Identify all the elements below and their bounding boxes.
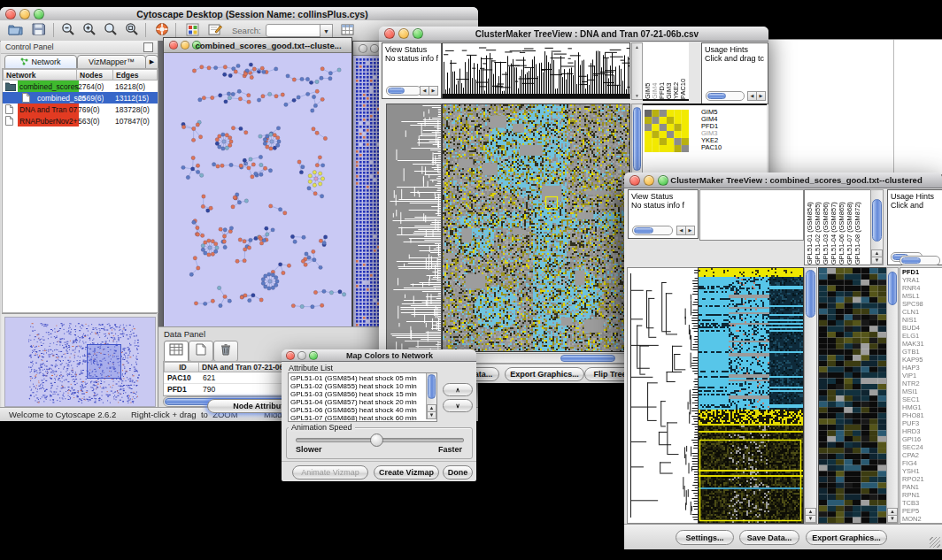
correlation-matrix-canvas[interactable] <box>645 110 689 152</box>
create-vizmap-button[interactable]: Create Vizmap <box>374 465 439 479</box>
scroll-down-arrow[interactable]: ▼ <box>887 515 898 523</box>
gene-label[interactable]: HMG1 <box>902 403 942 411</box>
attribute-item[interactable]: GPL51-07 (GSM868) heat shock 60 min <box>289 414 426 421</box>
gene-label[interactable]: YSH1 <box>902 467 942 475</box>
column-header-network[interactable]: Network <box>3 69 77 81</box>
column-label[interactable]: YKE2 <box>673 42 680 99</box>
minimize-button[interactable] <box>181 41 189 50</box>
close-button[interactable] <box>286 351 295 360</box>
column-label[interactable]: GPL51-07 (GSM868) <box>846 190 854 265</box>
tab-overflow[interactable]: ▶ <box>145 55 158 69</box>
zoom-selected-button[interactable] <box>122 22 142 39</box>
gene-label[interactable]: RPO21 <box>902 475 942 483</box>
scroll-thumb[interactable] <box>388 88 405 94</box>
minimize-button[interactable] <box>370 44 379 53</box>
column-label[interactable]: GIM4 <box>652 42 659 99</box>
float-panel-icon[interactable] <box>143 42 153 52</box>
tab-vizmapper[interactable]: VizMapper™ <box>77 55 146 69</box>
gene-label[interactable]: PFD1 <box>902 268 942 276</box>
resize-grip[interactable] <box>930 537 940 548</box>
new-attribute-button[interactable] <box>189 341 213 362</box>
gene-label[interactable]: RNR4 <box>902 284 942 292</box>
gene-label[interactable]: HRD3 <box>902 427 942 435</box>
column-label[interactable]: GIM3 <box>666 42 673 99</box>
gene-label[interactable]: GTB1 <box>902 348 942 356</box>
gene-label[interactable]: NTR2 <box>902 380 942 387</box>
zoom-in-button[interactable] <box>80 22 99 39</box>
dialog-titlebar[interactable]: Map Colors to Network <box>282 349 476 362</box>
gene-label[interactable]: TCB3 <box>902 499 942 507</box>
scroll-thumb[interactable] <box>707 93 726 99</box>
network-name[interactable]: DNA and Tran 07 <box>18 104 79 115</box>
treeview-button[interactable]: Save Data... <box>739 530 799 545</box>
column-label[interactable]: GPL51-02 (GSM855) <box>815 190 822 265</box>
move-up-button[interactable]: ∧ <box>443 383 473 396</box>
attribute-item[interactable]: GPL51-03 (GSM856) heat shock 15 min <box>289 390 426 398</box>
treeview-clustered-titlebar[interactable]: ClusterMaker TreeView : combined_scores_… <box>624 173 942 188</box>
gene-label[interactable]: PAC10 <box>701 144 737 151</box>
minimize-button[interactable] <box>19 9 30 19</box>
column-label[interactable]: GPL51-01 (GSM854) <box>807 190 815 265</box>
gene-label[interactable]: PAN1 <box>902 483 942 491</box>
open-session-button[interactable] <box>5 22 25 39</box>
gene-label[interactable]: VIP1 <box>902 372 942 380</box>
scroll-thumb[interactable] <box>872 199 882 242</box>
network-list-row[interactable]: RNAPuberNov2+563(0)107847(0) <box>3 115 158 127</box>
gene-label[interactable]: HAP3 <box>902 364 942 372</box>
gene-label[interactable]: YRA1 <box>902 276 942 284</box>
main-titlebar[interactable]: Cytoscape Desktop (Session Name: collins… <box>0 7 478 21</box>
column-tree-area[interactable] <box>699 189 804 241</box>
column-header-edges[interactable]: Edges <box>112 69 158 81</box>
scroll-down-arrow[interactable]: ▼ <box>427 411 436 419</box>
close-button[interactable] <box>5 9 16 19</box>
attr-scroll-thumb[interactable] <box>428 374 436 399</box>
scroll-right-arrow[interactable]: ▶ <box>429 86 438 96</box>
treeview-button[interactable]: Settings... <box>676 530 734 545</box>
treeview-button[interactable]: Export Graphics... <box>505 367 584 381</box>
network-name[interactable]: RNAPuberNov2+ <box>18 115 79 127</box>
close-button[interactable] <box>359 44 367 53</box>
gene-label[interactable]: FIG4 <box>902 459 942 467</box>
scroll-down-arrow[interactable]: ▼ <box>871 257 883 265</box>
column-label[interactable]: GPL51-06 (GSM865) <box>838 190 846 265</box>
gene-label[interactable]: CPA2 <box>902 451 942 459</box>
gene-label[interactable]: BUD4 <box>902 324 942 332</box>
move-down-button[interactable]: ∨ <box>443 399 473 412</box>
scroll-down-arrow[interactable]: ▼ <box>805 515 816 523</box>
gene-label[interactable]: SEC1 <box>902 395 942 403</box>
gene-label[interactable]: MAK31 <box>902 340 942 348</box>
scroll-thumb[interactable] <box>806 270 815 318</box>
gene-label[interactable]: MSI1 <box>902 387 942 395</box>
treeview-dna-titlebar[interactable]: ClusterMaker TreeView : DNA and Tran 07-… <box>379 27 768 42</box>
gene-label[interactable]: SEC24 <box>902 443 942 451</box>
gene-label[interactable]: ELG1 <box>902 332 942 340</box>
map-colors-dialog[interactable]: Map Colors to Network Attribute List GPL… <box>282 349 476 481</box>
zoom-out-button[interactable] <box>58 22 78 39</box>
gene-label[interactable]: PEP5 <box>902 507 942 515</box>
attribute-item[interactable]: GPL51-02 (GSM855) heat shock 10 min <box>289 382 426 390</box>
gene-label[interactable]: SPC98 <box>902 300 942 308</box>
gene-label[interactable]: KAP95 <box>902 356 942 364</box>
scroll-right-arrow[interactable]: ▶ <box>685 226 695 235</box>
gene-label[interactable]: MSL1 <box>902 292 942 300</box>
gene-label[interactable]: PHO81 <box>902 411 942 419</box>
delete-attribute-button[interactable] <box>213 341 238 362</box>
column-label[interactable]: GPL51-08 (GSM872) <box>854 190 862 265</box>
column-label[interactable]: GIM5 <box>645 42 652 99</box>
done-button[interactable]: Done <box>443 465 473 479</box>
network-name[interactable]: combined_scores <box>18 81 79 92</box>
animate-vizmap-button[interactable]: Animate Vizmap <box>292 465 368 479</box>
tab-network[interactable]: Network <box>4 55 77 69</box>
column-label[interactable]: GPL51-04 (GSM857) <box>830 190 838 265</box>
scroll-thumb[interactable] <box>888 272 897 305</box>
gene-label[interactable]: NIS1 <box>902 316 942 324</box>
zoom-fit-button[interactable] <box>101 22 120 39</box>
network-view-window[interactable]: combined_scores_good.txt--cluste... <box>163 37 352 334</box>
column-header-nodes[interactable]: Nodes <box>76 69 113 81</box>
column-label[interactable]: PAC10 <box>680 42 687 99</box>
attribute-item[interactable]: GPL51-04 (GSM857) heat shock 20 min <box>289 398 426 406</box>
minimize-button[interactable] <box>398 28 409 39</box>
treeview-button[interactable]: Export Graphics... <box>806 530 887 545</box>
column-dendrogram-canvas[interactable] <box>442 42 630 99</box>
network-list-row[interactable]: combined_sco2569(6)13112(15) <box>3 92 158 104</box>
